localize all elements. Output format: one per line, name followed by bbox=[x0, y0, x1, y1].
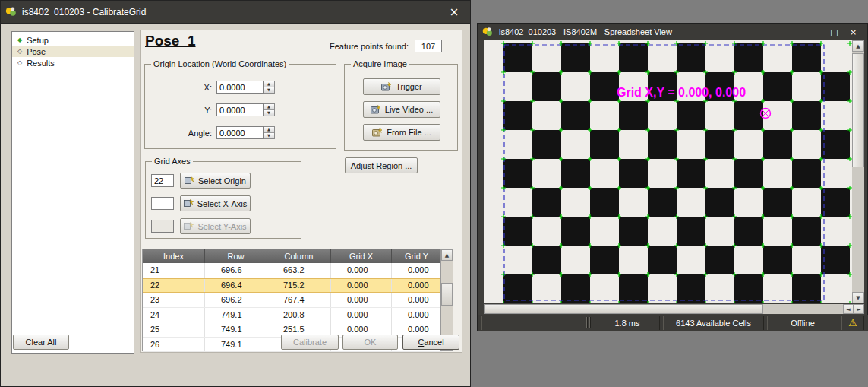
minimize-icon[interactable]: – bbox=[806, 26, 825, 38]
y-axis-index-input bbox=[151, 220, 174, 233]
table-cell: 749.1 bbox=[205, 322, 267, 337]
column-header[interactable]: Index bbox=[143, 249, 205, 263]
camera-icon bbox=[381, 82, 392, 91]
tree-item-results[interactable]: ◇ Results bbox=[12, 57, 134, 68]
table-cell: 696.4 bbox=[205, 279, 267, 293]
spinner-up-icon[interactable]: ▲ bbox=[264, 104, 274, 109]
tree-item-label: Setup bbox=[27, 36, 49, 45]
y-field-row: Y: ▲ ▼ bbox=[145, 103, 275, 117]
table-cell: 22 bbox=[143, 279, 205, 293]
angle-input[interactable] bbox=[216, 126, 264, 139]
clear-all-button[interactable]: Clear All bbox=[13, 335, 69, 350]
button-label: Select Y-Axis bbox=[197, 222, 246, 231]
from-file-button[interactable]: From File ... bbox=[363, 124, 440, 141]
table-row[interactable]: 24749.1200.80.0000.000 bbox=[143, 308, 442, 323]
live-video-button[interactable]: Live Video ... bbox=[363, 101, 440, 118]
feature-points: Feature points found: 107 bbox=[330, 40, 442, 52]
button-label: Clear All bbox=[26, 338, 57, 347]
y-label: Y: bbox=[145, 106, 212, 115]
table-row[interactable]: 23696.2767.40.0000.000 bbox=[143, 293, 442, 308]
table-cell: 696.6 bbox=[205, 263, 267, 278]
table-cell: 767.4 bbox=[267, 293, 331, 307]
calibrate-titlebar[interactable]: is8402_010203 - CalibrateGrid × bbox=[1, 1, 470, 24]
y-input[interactable] bbox=[216, 103, 264, 116]
table-cell: 696.2 bbox=[205, 293, 267, 307]
x-axis-index-input[interactable] bbox=[151, 197, 174, 210]
spinner-down-icon[interactable]: ▼ bbox=[264, 132, 274, 138]
table-cell: 749.1 bbox=[205, 338, 267, 352]
horizontal-scrollbar[interactable]: ◄ ► bbox=[484, 304, 864, 314]
x-label: X: bbox=[145, 83, 212, 92]
column-header[interactable]: Grid Y bbox=[392, 249, 442, 263]
pose-table-header: Index Row Column Grid X Grid Y bbox=[143, 249, 453, 263]
spinner-up-icon[interactable]: ▲ bbox=[264, 81, 274, 87]
scroll-right-icon[interactable]: ► bbox=[854, 304, 864, 314]
spinner-up-icon[interactable]: ▲ bbox=[264, 127, 274, 132]
spreadsheet-view-window: is8402_010203 - IS8402M - Spreadsheet Vi… bbox=[477, 23, 868, 331]
x-input[interactable] bbox=[216, 81, 264, 94]
vertical-scrollbar[interactable]: ▲ ▼ bbox=[852, 40, 864, 303]
x-field-row: X: ▲ ▼ bbox=[145, 80, 275, 94]
y-spinner[interactable]: ▲ ▼ bbox=[264, 103, 275, 116]
step-pending-icon: ◇ bbox=[17, 60, 22, 66]
origin-axis-row: Select Origin bbox=[151, 173, 251, 189]
select-x-axis-button[interactable]: Select X-Axis bbox=[180, 195, 251, 211]
scrollbar-thumb[interactable] bbox=[484, 304, 763, 314]
page-title: Pose 1 bbox=[145, 33, 196, 49]
select-origin-button[interactable]: Select Origin bbox=[180, 173, 251, 189]
table-row[interactable]: 21696.6663.20.0000.000 bbox=[143, 263, 442, 278]
column-header[interactable]: Grid X bbox=[331, 249, 392, 263]
button-label: OK bbox=[365, 338, 377, 347]
close-icon[interactable]: × bbox=[844, 26, 863, 38]
adjust-region-button[interactable]: Adjust Region ... bbox=[345, 157, 418, 173]
table-cell: 25 bbox=[143, 322, 205, 337]
scroll-up-icon[interactable]: ▲ bbox=[852, 40, 864, 52]
table-cell: 0.000 bbox=[331, 279, 392, 293]
tree-item-label: Results bbox=[27, 59, 55, 68]
scrollbar-thumb[interactable] bbox=[441, 283, 453, 306]
angle-spinner[interactable]: ▲ ▼ bbox=[264, 126, 275, 139]
live-video-icon bbox=[371, 105, 381, 114]
origin-location-group: Origin Location (World Coordinates) X: ▲… bbox=[144, 64, 336, 149]
scrollbar-thumb[interactable] bbox=[852, 53, 864, 167]
tree-item-setup[interactable]: ◆ Setup bbox=[12, 34, 134, 46]
spinner-down-icon[interactable]: ▼ bbox=[264, 87, 274, 93]
table-cell: 0.000 bbox=[392, 263, 442, 278]
table-cell: 715.2 bbox=[267, 279, 331, 293]
trigger-button[interactable]: Trigger bbox=[363, 78, 440, 95]
maximize-icon[interactable]: □ bbox=[825, 26, 844, 38]
checkerboard-svg bbox=[484, 40, 852, 303]
window-controls: – □ × bbox=[806, 26, 863, 38]
select-x-axis-icon bbox=[184, 199, 194, 208]
column-header[interactable]: Column bbox=[267, 249, 331, 263]
scroll-left-icon[interactable]: ◄ bbox=[843, 304, 854, 314]
scroll-up-icon[interactable]: ▲ bbox=[441, 249, 453, 261]
warning-icon[interactable]: ⚠ bbox=[841, 316, 864, 330]
tree-item-pose[interactable]: ◇ Pose bbox=[12, 46, 134, 57]
pose-panel: Pose 1 Feature points found: 107 Origin … bbox=[140, 30, 462, 353]
button-label: Calibrate bbox=[293, 338, 327, 347]
status-empty-segment bbox=[481, 316, 582, 330]
group-legend: Origin Location (World Coordinates) bbox=[151, 59, 289, 68]
table-cell: 749.1 bbox=[205, 308, 267, 322]
window-title: is8402_010203 - CalibrateGrid bbox=[22, 7, 146, 17]
cancel-button[interactable]: Cancel bbox=[402, 335, 459, 350]
calibration-image[interactable]: Grid X,Y = 0.000, 0.000 bbox=[484, 40, 852, 303]
table-cell: 0.000 bbox=[331, 263, 392, 278]
spreadsheet-titlebar[interactable]: is8402_010203 - IS8402M - Spreadsheet Vi… bbox=[478, 24, 867, 40]
column-header[interactable]: Row bbox=[205, 249, 267, 263]
button-label: Live Video ... bbox=[385, 105, 433, 114]
table-row[interactable]: 22696.4715.20.0000.000 bbox=[143, 278, 442, 293]
table-cell: 26 bbox=[143, 338, 205, 352]
button-label: Cancel bbox=[418, 338, 443, 347]
table-cell: 663.2 bbox=[267, 263, 331, 278]
origin-index-input[interactable] bbox=[151, 174, 174, 187]
x-spinner[interactable]: ▲ ▼ bbox=[264, 81, 275, 94]
table-cell: 23 bbox=[143, 293, 205, 307]
app-icon bbox=[5, 6, 17, 17]
angle-field-row: Angle: ▲ ▼ bbox=[145, 125, 275, 140]
close-icon[interactable]: × bbox=[443, 4, 466, 21]
spinner-down-icon[interactable]: ▼ bbox=[264, 109, 274, 116]
select-y-axis-icon bbox=[184, 222, 194, 231]
scroll-down-icon[interactable]: ▼ bbox=[852, 292, 864, 303]
